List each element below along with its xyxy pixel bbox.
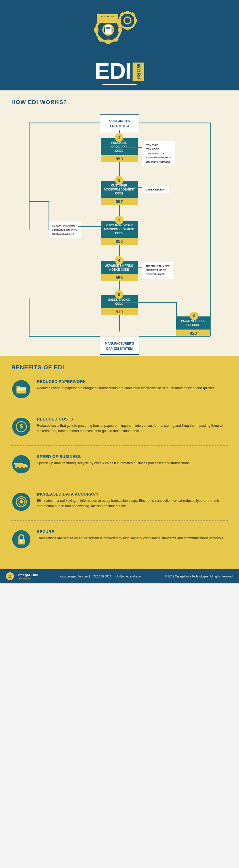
svg-rect-34 [25, 465, 27, 467]
benefit-item-3: SPEED OF BUSINESS Speeds up manufacturin… [11, 454, 228, 474]
h-connector-4 [120, 267, 142, 268]
header-section: HOW DOES EDI WORK [0, 0, 239, 90]
benefit-5-text: Transactions are secure as entire system… [37, 536, 228, 541]
footer-logo: Ω OmegaCube Technologies [6, 572, 38, 581]
svg-rect-18 [134, 19, 137, 22]
footer-website: www.omegacube.com [60, 575, 88, 578]
step-6-circle: 6 [190, 312, 198, 320]
step-5-code: 810 [101, 308, 138, 315]
step-2-circle: 2 [115, 176, 124, 185]
benefits-section: BENEFITS OF EDI REDUCED PAPERWORK Reduce… [0, 356, 239, 569]
manufacturers-edi-box: MANUFACTURER'SERP-EDI SYSTEM [100, 337, 139, 355]
svg-point-45 [21, 501, 22, 502]
benefit-3-title: SPEED OF BUSINESS [37, 454, 228, 459]
truck-icon [11, 454, 31, 474]
svg-point-35 [17, 467, 19, 469]
h-connector-2 [120, 187, 142, 188]
benefit-2-text: Reduces costs that go into procuring ton… [37, 423, 228, 434]
step-4-code: 856 [101, 274, 138, 281]
step-5-circle: 5 [115, 290, 124, 299]
divider-2 [11, 445, 228, 446]
step-4-right-label: TRACKING NUMBERSHIPMENT MODEDELIVERY DAT… [142, 262, 173, 279]
gear-icon-wrapper: HOW DOES [91, 8, 148, 54]
left-h-segment [29, 201, 48, 202]
dollar-icon: $ [11, 417, 31, 437]
step-3-code: 855 [101, 238, 138, 245]
svg-rect-10 [105, 25, 111, 34]
how-edi-title: HOW EDI WORKS? [11, 99, 228, 105]
svg-rect-13 [106, 30, 109, 30]
footer-copyright: © 2019 OmegaCube Technologies. All right… [165, 575, 233, 578]
v-connector-5-6 [176, 302, 177, 320]
svg-text:Ω: Ω [8, 574, 11, 579]
divider-4 [11, 520, 228, 521]
customers-edi-label: CUSTOMER'SEDI SYSTEM [109, 119, 130, 128]
footer-logo-text: OmegaCube Technologies [16, 573, 38, 580]
benefit-2-content: REDUCED COSTS Reduces costs that go into… [37, 417, 228, 434]
benefit-3-text: Speeds up manufacturing lifecycle by ove… [37, 461, 228, 466]
step-3-left-label: PO CONFIRMATIONTENTATIVE SHIPPINGITEM AV… [48, 221, 80, 238]
step-2-code: 997 [101, 198, 138, 205]
left-v-segment [29, 201, 30, 230]
bottom-right-h [139, 336, 210, 337]
svg-point-36 [21, 467, 23, 469]
footer-email: info@omegacube.com [115, 575, 143, 578]
benefit-4-text: Eliminates manual keying of information … [37, 498, 228, 509]
step-6-label: PAYMENT ORDEREDI CODE [179, 319, 207, 330]
step-4-circle: 4 [115, 256, 124, 265]
svg-rect-26 [17, 388, 26, 389]
svg-rect-5 [94, 28, 99, 32]
svg-rect-12 [106, 28, 110, 29]
step-1-label: PURCHASEORDER EDICODE [104, 141, 135, 155]
step-1-code: 850 [101, 155, 138, 162]
benefit-4-content: INCREASED DATA ACCURACY Eliminates manua… [37, 492, 228, 509]
svg-rect-4 [118, 28, 122, 32]
target-icon [11, 492, 31, 512]
benefit-5-content: SECURE Transactions are secure as entire… [37, 529, 228, 541]
benefit-5-title: SECURE [37, 529, 228, 534]
top-left-h-line [29, 123, 100, 123]
step-2-label: CUSTOMERACKNOWLEDGEMENTCODE [104, 184, 135, 198]
footer-brand-name: OmegaCube [16, 573, 38, 577]
left-v2-segment [48, 201, 49, 230]
benefit-1-content: REDUCED PAPERWORK Reduces usage of paper… [37, 379, 228, 391]
step-4-label: ADVANCE SHIPPINGNOTICE CODE [104, 264, 135, 274]
gear-icon: HOW DOES [91, 8, 148, 54]
divider-1 [11, 408, 228, 408]
step-3-circle: 3 [115, 216, 124, 224]
footer-section: Ω OmegaCube Technologies www.omegacube.c… [0, 569, 239, 583]
benefits-title: BENEFITS OF EDI [11, 364, 228, 371]
how-edi-works-section: HOW EDI WORKS? CUSTOMER'SEDI SYSTEM 1 PU… [0, 90, 239, 356]
step-2-right-label: ORDER RECEIPT [142, 186, 169, 193]
step-3-label: PURCHASE ORDERACKNOWLEDGEMENTCODE [104, 223, 135, 238]
step-5-label: SALES INVOICECODE [104, 298, 135, 308]
svg-rect-3 [106, 39, 110, 44]
h-connector-5-6 [120, 302, 176, 303]
work-text: WORK [133, 63, 144, 81]
footer-info: www.omegacube.com | (630) 250-0002 | inf… [60, 575, 143, 578]
folder-icon [11, 379, 31, 399]
top-right-h-line2 [139, 123, 210, 123]
svg-rect-49 [21, 541, 22, 543]
title-underline [102, 84, 137, 85]
svg-text:$: $ [19, 423, 23, 430]
step-1-right-label: ITEM TYPEITEM CODEITEM QUANTITYEXPECTED … [142, 141, 175, 166]
svg-point-37 [25, 467, 27, 469]
bottom-left-h [29, 336, 100, 337]
svg-rect-17 [126, 27, 129, 30]
svg-rect-28 [17, 390, 23, 391]
benefit-item-4: INCREASED DATA ACCURACY Eliminates manua… [11, 492, 228, 512]
left-outer-v-line [29, 122, 30, 202]
h-connector-1 [120, 147, 142, 148]
benefit-2-title: REDUCED COSTS [37, 417, 228, 421]
benefit-item-5: SECURE Transactions are secure as entire… [11, 529, 228, 549]
footer-phone: (630) 250-0002 [92, 575, 111, 578]
manufacturers-edi-label: MANUFACTURER'SERP-EDI SYSTEM [105, 342, 134, 350]
omega-logo-icon: Ω [6, 572, 14, 581]
benefit-1-title: REDUCED PAPERWORK [37, 379, 228, 384]
step-1-circle: 1 [115, 133, 124, 142]
footer-brand-sub: Technologies [16, 577, 38, 580]
bottom-left-v [29, 298, 30, 336]
svg-point-15 [124, 17, 131, 24]
edi-text: EDI [95, 60, 131, 83]
